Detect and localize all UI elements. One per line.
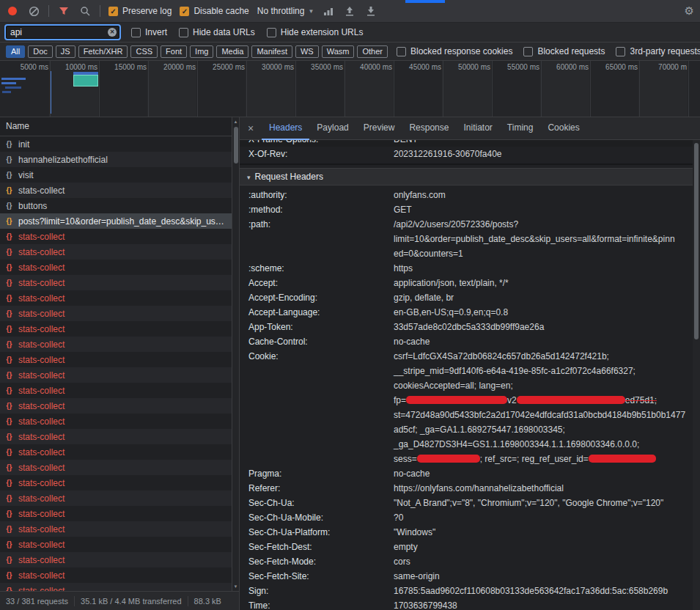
- request-row[interactable]: {}stats-collect: [0, 260, 232, 275]
- request-row[interactable]: {}stats-collect: [0, 537, 232, 552]
- overview-tick-label: 5000 ms: [4, 63, 48, 71]
- clear-filter-icon[interactable]: ✕: [108, 28, 117, 37]
- request-row[interactable]: {}visit: [0, 167, 232, 183]
- filter-chip-fetch-xhr[interactable]: Fetch/XHR: [78, 45, 128, 58]
- filter-chip-font[interactable]: Font: [161, 45, 187, 58]
- checkbox-blocked-requests[interactable]: Blocked requests: [523, 46, 605, 56]
- request-list: {}init{}hannahelizabethofficial{}visit{}…: [0, 136, 232, 591]
- filter-chip-img[interactable]: Img: [190, 45, 213, 58]
- request-row[interactable]: {}stats-collect: [0, 552, 232, 567]
- script-icon: {}: [4, 494, 14, 502]
- header-value: cors: [394, 554, 693, 569]
- throttling-dropdown[interactable]: No throttling ▼: [257, 6, 314, 16]
- script-icon: {}: [4, 402, 14, 410]
- toolbar-divider: [48, 5, 49, 17]
- request-row[interactable]: {}stats-collect: [0, 567, 232, 583]
- script-icon: {}: [4, 510, 14, 518]
- tab-response[interactable]: Response: [402, 117, 456, 140]
- request-row[interactable]: {}stats-collect: [0, 229, 232, 244]
- overview-gridline: [443, 61, 443, 117]
- request-row[interactable]: {}posts?limit=10&order=publish_date_desc…: [0, 213, 232, 229]
- filter-toggle-button[interactable]: [57, 4, 70, 18]
- tab-headers[interactable]: Headers: [262, 117, 309, 140]
- header-value: /api2/v2/users/20572336/posts?limit=10&o…: [394, 217, 693, 261]
- tab-preview[interactable]: Preview: [356, 117, 402, 140]
- import-har-button[interactable]: [343, 4, 356, 18]
- script-icon: {}: [4, 340, 14, 348]
- list-scrollbar[interactable]: ▲ ▼: [232, 117, 239, 591]
- header-value: same-origin: [394, 569, 693, 584]
- hide-extension-urls-checkbox[interactable]: Hide extension URLs: [267, 27, 364, 37]
- request-row[interactable]: {}stats-collect: [0, 383, 232, 398]
- overview-gridline: [590, 61, 591, 117]
- request-row[interactable]: {}stats-collect: [0, 583, 232, 591]
- record-button[interactable]: [6, 4, 19, 18]
- overview-gridline: [688, 61, 689, 117]
- export-har-button[interactable]: [364, 4, 377, 18]
- request-row[interactable]: {}stats-collect: [0, 414, 232, 429]
- type-filter-bar: AllDocJSFetch/XHRCSSFontImgMediaManifest…: [0, 43, 700, 61]
- filter-chip-js[interactable]: JS: [56, 45, 75, 58]
- tab-timing[interactable]: Timing: [500, 117, 541, 140]
- header-value: en-GB,en-US;q=0.9,en;q=0.8: [394, 305, 693, 320]
- request-row[interactable]: {}stats-collect: [0, 444, 232, 460]
- request-row[interactable]: {}stats-collect: [0, 321, 232, 337]
- scroll-down-icon[interactable]: ▼: [232, 583, 239, 590]
- header-name: Sec-Fetch-Site:: [240, 569, 394, 584]
- invert-checkbox[interactable]: Invert: [131, 27, 167, 37]
- scroll-up-icon[interactable]: ▲: [232, 118, 239, 125]
- network-conditions-button[interactable]: [322, 4, 335, 18]
- request-row[interactable]: {}init: [0, 136, 232, 152]
- settings-gear-icon[interactable]: ⚙: [685, 4, 694, 18]
- close-details-button[interactable]: ×: [240, 122, 262, 134]
- request-row[interactable]: {}stats-collect: [0, 429, 232, 444]
- request-row[interactable]: {}stats-collect: [0, 490, 232, 506]
- filter-chip-doc[interactable]: Doc: [28, 45, 53, 58]
- request-row[interactable]: {}stats-collect: [0, 506, 232, 521]
- tab-payload[interactable]: Payload: [309, 117, 355, 140]
- preserve-log-checkbox[interactable]: ✓ Preserve log: [108, 6, 172, 16]
- tab-initiator[interactable]: Initiator: [456, 117, 499, 140]
- filter-chip-all[interactable]: All: [6, 45, 25, 58]
- filter-chip-css[interactable]: CSS: [130, 45, 158, 58]
- checkbox-blocked-response-cookies[interactable]: Blocked response cookies: [397, 46, 512, 56]
- request-row[interactable]: {}hannahelizabethofficial: [0, 152, 232, 167]
- request-row[interactable]: {}stats-collect: [0, 306, 232, 321]
- clear-network-log-button[interactable]: [27, 4, 40, 18]
- scrollbar-thumb[interactable]: [234, 127, 238, 163]
- request-row[interactable]: {}stats-collect: [0, 290, 232, 306]
- request-row[interactable]: {}stats-collect: [0, 337, 232, 352]
- header-name: Referer:: [240, 481, 394, 496]
- request-row[interactable]: {}stats-collect: [0, 352, 232, 367]
- tab-cookies[interactable]: Cookies: [540, 117, 586, 140]
- request-row[interactable]: {}buttons: [0, 198, 232, 213]
- request-row[interactable]: {}stats-collect: [0, 460, 232, 475]
- name-column-header[interactable]: Name: [0, 117, 239, 136]
- request-headers-section-toggle[interactable]: ▾Request Headers: [240, 168, 693, 185]
- filter-chip-other[interactable]: Other: [357, 45, 388, 58]
- redaction-scribble: [589, 455, 656, 463]
- disable-cache-checkbox[interactable]: ✓ Disable cache: [180, 6, 248, 16]
- filter-chip-ws[interactable]: WS: [295, 45, 319, 58]
- details-scrollbar[interactable]: [693, 140, 700, 610]
- request-row[interactable]: {}stats-collect: [0, 367, 232, 383]
- hide-data-urls-checkbox[interactable]: Hide data URLs: [179, 27, 255, 37]
- search-button[interactable]: [78, 4, 92, 18]
- filter-chip-manifest[interactable]: Manifest: [251, 45, 292, 58]
- filter-input[interactable]: [6, 26, 119, 39]
- request-row[interactable]: {}stats-collect: [0, 475, 232, 490]
- request-row[interactable]: {}stats-collect: [0, 183, 232, 198]
- checkbox-3rd-party-requests[interactable]: 3rd-party requests: [616, 46, 700, 56]
- request-row[interactable]: {}stats-collect: [0, 521, 232, 537]
- request-row[interactable]: {}stats-collect: [0, 275, 232, 290]
- header-name: Accept-Encoding:: [240, 290, 394, 305]
- request-row[interactable]: {}stats-collect: [0, 244, 232, 260]
- scrollbar-thumb[interactable]: [694, 143, 699, 339]
- filter-chip-media[interactable]: Media: [216, 45, 248, 58]
- status-bar: 33 / 381 requests 35.1 kB / 4.4 MB trans…: [0, 591, 240, 610]
- request-row[interactable]: {}stats-collect: [0, 398, 232, 414]
- script-icon: {}: [4, 217, 14, 225]
- timeline-overview[interactable]: 5000 ms10000 ms15000 ms20000 ms25000 ms3…: [0, 61, 700, 117]
- filter-chip-wasm[interactable]: Wasm: [322, 45, 355, 58]
- overview-tick-label: 30000 ms: [250, 63, 294, 71]
